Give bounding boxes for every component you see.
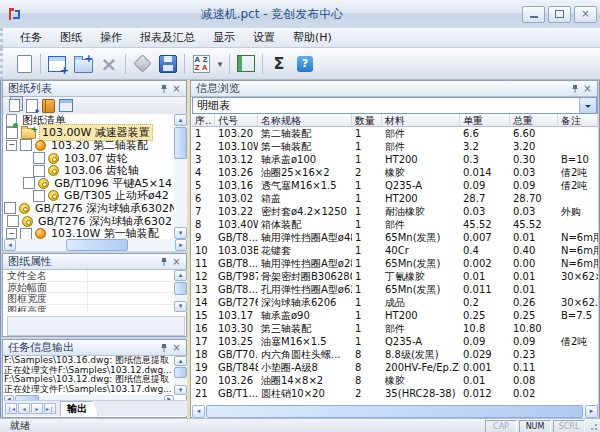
resize-grip[interactable] — [587, 420, 599, 432]
report-view-button[interactable] — [23, 98, 40, 113]
copy-pages-button[interactable] — [6, 98, 23, 113]
tab-prev-icon[interactable]: ◂ — [18, 403, 30, 414]
tree-checkbox[interactable] — [20, 139, 32, 151]
log-vertical-scrollbar[interactable]: ▴ ▾ — [174, 356, 187, 395]
menu-item[interactable]: 设置 — [244, 28, 284, 47]
tab-next-icon[interactable]: ▸ — [31, 403, 43, 414]
tree-item[interactable]: 103.10W 第一轴装配 — [4, 227, 174, 239]
maximize-button[interactable] — [548, 6, 571, 23]
tree-horizontal-scrollbar[interactable]: ◂ ▸ — [4, 239, 187, 251]
table-row[interactable]: 9 GB/T8... 轴用弹性挡圈A型ø48 1 65Mn(发黑) 0.007 … — [192, 231, 598, 244]
close-icon[interactable]: × — [170, 256, 183, 268]
table-row[interactable]: 11 GB/T8... 轴用弹性挡圈A型ø28 1 65Mn(发黑) 0.002… — [192, 257, 598, 270]
tree-checkbox[interactable] — [23, 177, 35, 189]
close-icon[interactable]: × — [170, 342, 183, 354]
catalog-book-button[interactable] — [40, 98, 57, 113]
tab-last-icon[interactable]: ▸❘ — [44, 403, 56, 414]
tree-checkbox[interactable] — [20, 228, 32, 239]
pin-icon[interactable] — [157, 256, 170, 268]
scroll-up-icon[interactable]: ▴ — [174, 356, 187, 366]
tree-checkbox[interactable] — [7, 215, 19, 227]
summary-button[interactable] — [266, 51, 292, 77]
minimize-button[interactable] — [522, 6, 545, 23]
tab-first-icon[interactable]: ❘◂ — [5, 403, 17, 414]
table-row[interactable]: 21 GB/T1... 圆柱销10×20 2 35(HRC28-38) 0.01… — [192, 387, 598, 400]
table-row[interactable]: 12 GB/T9877 骨架密封圈B306280 1 丁氰橡胶 0.01 0.0… — [192, 270, 598, 283]
tree-checkbox[interactable] — [33, 165, 45, 177]
sort-button[interactable]: A ZZ A — [188, 51, 214, 77]
table-row[interactable]: 20 103.26 油圈14×8×2 8 橡胶 0.01 0.08 — [192, 374, 598, 387]
table-row[interactable]: 8 103.40W 箱体装配 1 部件 45.52 45.52 — [192, 218, 598, 231]
table-row[interactable]: 7 103.22 密封套ø4.2×1250 1 耐油橡胶 0.03 0.03 外… — [192, 205, 598, 218]
scroll-left-icon[interactable]: ◂ — [192, 405, 205, 418]
export-excel-button[interactable] — [233, 51, 259, 77]
menu-item[interactable]: 任务 — [11, 28, 51, 47]
table-row[interactable]: 1 103.20 第二轴装配 1 部件 6.6 6.60 — [192, 127, 598, 140]
expander-icon[interactable] — [6, 140, 17, 151]
table-row[interactable]: 17 103.25 油塞M16×1.5 1 Q235-A 0.09 0.09 借… — [192, 335, 598, 348]
table-row[interactable]: 3 103.12 轴承盖ø100 1 HT200 0.3 0.30 B=10 — [192, 153, 598, 166]
list-view-button[interactable] — [57, 98, 74, 113]
view-selector-combobox[interactable]: 明细表 — [192, 97, 597, 114]
table-row[interactable]: 16 103.30 第三轴装配 1 部件 10.8 10.80 — [192, 322, 598, 335]
help-button[interactable] — [292, 51, 318, 77]
scroll-up-icon[interactable]: ▴ — [174, 114, 187, 126]
tree-checkbox[interactable] — [33, 152, 45, 164]
table-row[interactable]: 4 103.26 油圈25×16×2 2 橡胶 0.014 0.03 借2吨 — [192, 166, 598, 179]
property-row[interactable]: 原始幅面 — [4, 282, 174, 294]
column-header[interactable]: 代号 — [215, 114, 258, 126]
column-header[interactable]: 备注 — [558, 114, 598, 126]
scroll-down-icon[interactable]: ▾ — [174, 385, 187, 395]
scrollbar-thumb[interactable] — [206, 405, 583, 418]
menu-item[interactable]: 显示 — [204, 28, 244, 47]
property-row[interactable]: 文件全名 — [4, 270, 174, 282]
property-row[interactable]: 图框宽度 — [4, 293, 174, 305]
table-row[interactable]: 19 GB/T848 小垫圈-A级8 8 200HV-Fe/Ep.Zn 0.00… — [192, 361, 598, 374]
table-row[interactable]: 18 GB/T70.1 内六角圆柱头螺... 8 8.8级(发黑) 0.029 … — [192, 348, 598, 361]
scroll-down-icon[interactable]: ▾ — [174, 227, 187, 239]
expander-icon[interactable] — [6, 228, 17, 239]
scroll-right-icon[interactable]: ▸ — [175, 239, 187, 251]
scrollbar-thumb[interactable] — [66, 239, 128, 251]
properties-vertical-scrollbar[interactable]: ▴ ▾ — [174, 270, 187, 312]
close-button[interactable]: × — [574, 6, 597, 23]
tree-checkbox[interactable] — [6, 127, 18, 139]
menu-item[interactable]: 图纸 — [51, 28, 91, 47]
pin-icon[interactable] — [568, 83, 581, 95]
column-header[interactable]: 序.. — [192, 114, 215, 126]
add-drawing-button[interactable] — [70, 51, 96, 77]
table-row[interactable]: 5 103.16 透气塞M16×1.5 1 Q235-A 0.09 0.09 借… — [192, 179, 598, 192]
close-icon[interactable]: × — [581, 83, 594, 95]
add-report-button[interactable] — [44, 51, 70, 77]
scrollbar-thumb[interactable] — [174, 127, 187, 159]
new-document-button[interactable] — [11, 51, 37, 77]
delete-button[interactable] — [96, 51, 122, 77]
menu-item[interactable]: 报表及汇总 — [131, 28, 204, 47]
scroll-up-icon[interactable]: ▴ — [174, 270, 187, 281]
table-row[interactable]: 14 GB/T276 深沟球轴承6206 1 成品 0.2 0.26 30×62… — [192, 296, 598, 309]
extract-info-button[interactable] — [129, 51, 155, 77]
scrollbar-thumb[interactable] — [174, 282, 187, 295]
pin-icon[interactable] — [157, 83, 170, 95]
property-row[interactable]: 图框高度 — [4, 305, 174, 313]
combo-dropdown-icon[interactable] — [579, 98, 596, 113]
table-row[interactable]: 10 103.03B 花键套 1 40Cr 0.4 0.40 N=6m用 — [192, 244, 598, 257]
tree-vertical-scrollbar[interactable]: ▴ ▾ — [174, 114, 187, 239]
tree-checkbox[interactable] — [4, 202, 16, 214]
info-horizontal-scrollbar[interactable]: ◂ ▸ — [192, 405, 598, 418]
table-row[interactable]: 15 103.17 轴承盖ø90 1 HT200 0.25 0.25 B=7.5 — [192, 309, 598, 322]
scrollbar-thumb[interactable] — [174, 367, 187, 378]
column-header[interactable]: 名称规格 — [258, 114, 352, 126]
column-header[interactable]: 单重 — [460, 114, 510, 126]
table-row[interactable]: 6 103.02 箱盖 1 HT200 28.7 28.70 — [192, 192, 598, 205]
scroll-right-icon[interactable]: ▸ — [585, 405, 598, 418]
save-button[interactable] — [155, 51, 181, 77]
tab-output[interactable]: 输出 — [60, 401, 98, 417]
table-row[interactable]: 2 103.10W 第一轴装配 1 部件 3.2 3.20 — [192, 140, 598, 153]
column-header[interactable]: 数量 — [352, 114, 382, 126]
close-icon[interactable]: × — [170, 83, 183, 95]
menu-item[interactable]: 操作 — [91, 28, 131, 47]
sort-dropdown-button[interactable] — [214, 51, 226, 77]
column-header[interactable]: 总重 — [510, 114, 558, 126]
scroll-down-icon[interactable]: ▾ — [174, 301, 187, 312]
